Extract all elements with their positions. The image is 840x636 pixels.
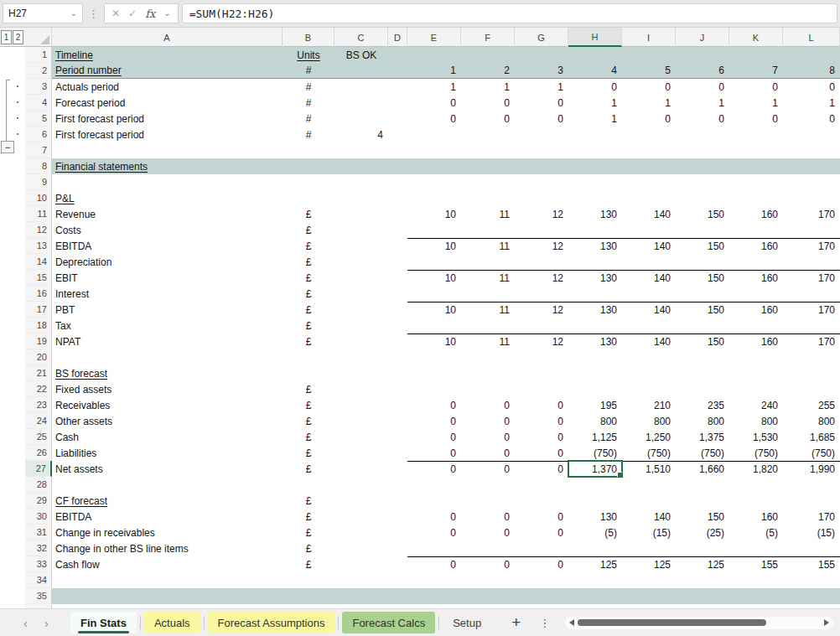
cell-units[interactable]: £ bbox=[283, 222, 334, 238]
cell-label[interactable]: Receivables bbox=[52, 397, 283, 413]
cell-value[interactable]: 0 bbox=[407, 445, 461, 461]
cell-value[interactable]: 1 bbox=[461, 79, 515, 95]
cell[interactable] bbox=[388, 318, 407, 334]
row-header-27[interactable]: 27 bbox=[25, 461, 52, 477]
cell-value[interactable] bbox=[783, 493, 840, 509]
cell-check[interactable] bbox=[334, 413, 388, 429]
cell-value[interactable] bbox=[515, 318, 568, 334]
cell-value[interactable] bbox=[622, 365, 676, 381]
cell-value[interactable]: 255 bbox=[783, 397, 840, 413]
cell-label[interactable]: Depreciation bbox=[52, 254, 283, 270]
cell-value[interactable]: 210 bbox=[622, 397, 676, 413]
cell-value[interactable]: 0 bbox=[461, 556, 515, 572]
cell-value[interactable]: 140 bbox=[622, 206, 676, 222]
cell[interactable] bbox=[388, 445, 407, 461]
cell-value[interactable] bbox=[622, 493, 676, 509]
cell-value[interactable] bbox=[461, 47, 515, 63]
cell-units[interactable]: # bbox=[283, 127, 334, 142]
row-header-17[interactable]: 17 bbox=[25, 302, 52, 318]
cell-value[interactable]: 10 bbox=[407, 302, 461, 318]
cell-value[interactable]: 1,990 bbox=[783, 461, 840, 477]
row-header-16[interactable]: 16 bbox=[25, 286, 52, 302]
cell-value[interactable]: 1,530 bbox=[729, 429, 783, 445]
cell-value[interactable] bbox=[407, 540, 461, 556]
cell-units[interactable]: £ bbox=[283, 270, 334, 286]
cell-value[interactable] bbox=[407, 47, 461, 63]
cell-check[interactable] bbox=[334, 445, 388, 461]
cell-check[interactable] bbox=[334, 111, 388, 127]
cell-value[interactable] bbox=[622, 174, 676, 190]
cell-check[interactable] bbox=[334, 174, 388, 190]
cell-value[interactable]: 1 bbox=[407, 79, 461, 95]
cell-value[interactable] bbox=[622, 477, 676, 493]
cell-value[interactable] bbox=[515, 174, 568, 190]
cell-value[interactable] bbox=[783, 286, 840, 302]
cell-value[interactable] bbox=[515, 158, 568, 174]
row-header-20[interactable]: 20 bbox=[25, 349, 52, 365]
cell-value[interactable]: 0 bbox=[515, 95, 568, 111]
cell-check[interactable] bbox=[334, 572, 388, 588]
cell-value[interactable]: 0 bbox=[407, 556, 461, 572]
cell-check[interactable] bbox=[334, 95, 388, 111]
cell-value[interactable] bbox=[729, 222, 783, 238]
cell-value[interactable]: 195 bbox=[568, 397, 622, 413]
cell-value[interactable] bbox=[622, 190, 676, 206]
cell-value[interactable]: 10 bbox=[407, 238, 461, 254]
cell-value[interactable] bbox=[729, 588, 783, 604]
cell-value[interactable] bbox=[461, 318, 515, 334]
cell[interactable] bbox=[388, 254, 407, 270]
row-header-21[interactable]: 21 bbox=[25, 365, 52, 381]
row-header-34[interactable]: 34 bbox=[25, 572, 52, 588]
cell-value[interactable] bbox=[783, 174, 840, 190]
cell-value[interactable]: 0 bbox=[407, 525, 461, 540]
cell-value[interactable] bbox=[407, 588, 461, 604]
cell-units[interactable]: £ bbox=[283, 445, 334, 461]
cell-value[interactable] bbox=[515, 190, 568, 206]
cell-value[interactable]: 0 bbox=[515, 509, 568, 525]
cell-label[interactable]: Cash flow bbox=[52, 556, 283, 572]
cell-value[interactable] bbox=[783, 540, 840, 556]
cell-units[interactable] bbox=[283, 365, 334, 381]
cell-value[interactable]: 0 bbox=[407, 397, 461, 413]
cell-value[interactable]: (750) bbox=[729, 445, 783, 461]
cell[interactable] bbox=[388, 349, 407, 365]
cell-value[interactable]: 0 bbox=[515, 413, 568, 429]
cell[interactable] bbox=[388, 190, 407, 206]
cell-value[interactable]: 800 bbox=[676, 413, 729, 429]
cell-units[interactable]: Units bbox=[283, 47, 334, 63]
cell-value[interactable] bbox=[783, 572, 840, 588]
cell-value[interactable]: 1 bbox=[729, 95, 783, 111]
cell-value[interactable]: 235 bbox=[676, 397, 729, 413]
cell-check[interactable] bbox=[334, 588, 388, 604]
cell-value[interactable] bbox=[729, 174, 783, 190]
cell-value[interactable] bbox=[622, 381, 676, 397]
cell-value[interactable]: (750) bbox=[568, 445, 622, 461]
cell-value[interactable]: 5 bbox=[622, 63, 676, 79]
row-header-3[interactable]: 3 bbox=[25, 79, 52, 95]
cell-value[interactable]: 160 bbox=[729, 206, 783, 222]
cell-value[interactable]: 0 bbox=[461, 429, 515, 445]
cell-check[interactable] bbox=[334, 493, 388, 509]
cell-value[interactable]: 160 bbox=[729, 302, 783, 318]
cell-value[interactable]: 12 bbox=[515, 270, 568, 286]
cell-value[interactable]: 0 bbox=[407, 111, 461, 127]
cell-check[interactable] bbox=[334, 429, 388, 445]
cell-value[interactable] bbox=[461, 174, 515, 190]
cell-value[interactable]: 1 bbox=[568, 111, 622, 127]
cell-value[interactable] bbox=[515, 286, 568, 302]
cell-value[interactable] bbox=[515, 142, 568, 158]
cell-check[interactable] bbox=[334, 540, 388, 556]
selected-cell[interactable]: 1,370 bbox=[568, 461, 622, 477]
cell-value[interactable] bbox=[407, 477, 461, 493]
cell-value[interactable]: 1,375 bbox=[676, 429, 729, 445]
cell[interactable] bbox=[388, 334, 407, 349]
cell-label[interactable] bbox=[52, 572, 283, 588]
cell-label[interactable]: Revenue bbox=[52, 206, 283, 222]
cell-check[interactable] bbox=[334, 254, 388, 270]
cell-value[interactable] bbox=[676, 588, 729, 604]
cell-value[interactable] bbox=[676, 477, 729, 493]
cell-value[interactable] bbox=[407, 349, 461, 365]
cell-value[interactable]: 170 bbox=[783, 270, 840, 286]
cell-value[interactable] bbox=[568, 381, 622, 397]
cell-units[interactable]: # bbox=[283, 111, 334, 127]
